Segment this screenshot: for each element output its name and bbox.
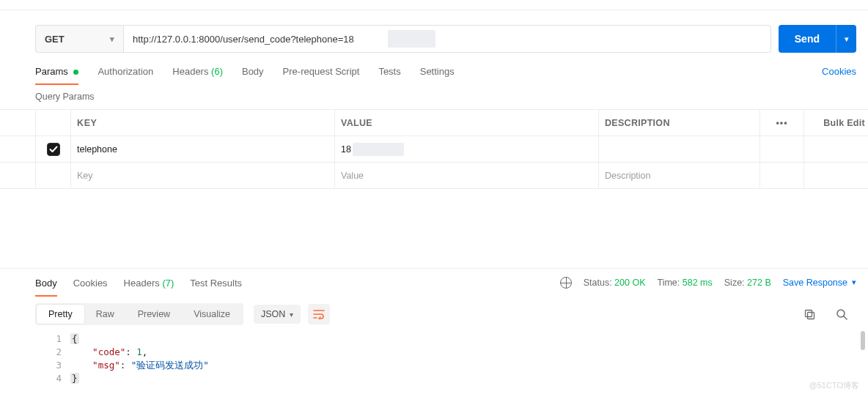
line-number: 2 — [35, 346, 62, 359]
gutter-cell — [0, 110, 35, 135]
header-count: (6) — [211, 66, 223, 77]
chevron-down-icon: ▾ — [845, 34, 849, 44]
tab-label: Params — [35, 66, 68, 77]
view-visualize[interactable]: Visualize — [182, 305, 242, 324]
tab-label: Test Results — [190, 278, 242, 289]
description-placeholder: Description — [605, 171, 651, 181]
tab-label: Headers — [172, 66, 208, 77]
view-pretty[interactable]: Pretty — [37, 305, 84, 324]
tab-body[interactable]: Body — [242, 66, 264, 84]
dot-indicator-icon — [73, 70, 78, 75]
tab-headers[interactable]: Headers (6) — [172, 66, 223, 84]
line-number: 1 — [35, 332, 62, 346]
method-label: GET — [45, 34, 65, 45]
spacer — [0, 189, 868, 268]
time-label: Time: — [658, 278, 680, 288]
redaction-box — [353, 143, 404, 156]
response-body[interactable]: 1 2 3 4 { "code": 1, "msg": "验证码发送成功" } — [0, 331, 868, 394]
cookies-link[interactable]: Cookies — [822, 66, 856, 84]
gutter-cell — [0, 136, 35, 162]
size-label: Size: — [724, 278, 745, 288]
key-header: KEY — [70, 110, 334, 135]
row-checkbox-cell[interactable] — [35, 136, 70, 162]
tab-label: Settings — [420, 66, 455, 77]
save-response-label: Save Response — [783, 278, 847, 288]
chevron-down-icon: ▾ — [290, 311, 293, 319]
description-cell[interactable]: Description — [598, 163, 760, 188]
request-url-bar: GET ▾ http://127.0.0.1:8000/user/send_co… — [0, 10, 868, 66]
checkbox-checked-icon — [47, 143, 60, 156]
watermark: @51CTO博客 — [809, 380, 859, 391]
status-label: Status: — [584, 278, 612, 288]
tab-label: Body — [242, 66, 264, 77]
scrollbar-thumb[interactable] — [861, 331, 865, 350]
resp-tab-cookies[interactable]: Cookies — [73, 269, 108, 296]
send-button[interactable]: Send — [779, 25, 836, 53]
tab-label: Cookies — [73, 278, 108, 289]
url-input[interactable]: http://127.0.0.1:8000/user/send_code?tel… — [123, 25, 771, 53]
value-placeholder: Value — [341, 171, 364, 181]
json-value: 1 — [136, 346, 142, 357]
tab-authorization[interactable]: Authorization — [98, 66, 153, 84]
key-text: telephone — [77, 144, 117, 155]
line-gutter: 1 2 3 4 — [35, 331, 62, 394]
value-text: 18 — [341, 144, 351, 155]
json-key: "msg" — [92, 360, 120, 371]
row-checkbox-cell[interactable] — [35, 163, 70, 188]
tab-label: Authorization — [98, 66, 153, 77]
chevron-down-icon: ▾ — [852, 278, 856, 287]
table-row: telephone 18 — [0, 136, 868, 163]
key-cell[interactable]: telephone — [70, 136, 334, 162]
view-preview[interactable]: Preview — [126, 305, 182, 324]
key-placeholder: Key — [77, 171, 93, 181]
tab-label: Body — [35, 278, 57, 289]
status-value: 200 OK — [614, 278, 645, 288]
line-number: 3 — [35, 359, 62, 372]
spacer-cell — [760, 163, 803, 188]
method-selector[interactable]: GET ▾ — [35, 25, 123, 53]
line-number: 4 — [35, 372, 62, 385]
view-raw[interactable]: Raw — [84, 305, 126, 324]
send-button-group: Send ▾ — [779, 25, 856, 53]
spacer-cell — [803, 163, 868, 188]
tab-prerequest[interactable]: Pre-request Script — [283, 66, 360, 84]
params-table: KEY VALUE DESCRIPTION ••• Bulk Edit tele… — [0, 109, 868, 189]
save-response-button[interactable]: Save Response ▾ — [783, 278, 856, 288]
chevron-down-icon: ▾ — [110, 34, 114, 44]
copy-icon[interactable] — [803, 308, 815, 320]
resp-tab-body[interactable]: Body — [35, 269, 57, 296]
tab-settings[interactable]: Settings — [420, 66, 455, 84]
view-mode-group: Pretty Raw Preview Visualize — [35, 303, 243, 325]
tab-label: Headers — [124, 278, 160, 289]
json-key: "code" — [92, 346, 125, 357]
send-options-button[interactable]: ▾ — [836, 25, 856, 53]
tab-label: Tests — [378, 66, 400, 77]
tab-params[interactable]: Params — [35, 66, 78, 84]
key-cell[interactable]: Key — [70, 163, 334, 188]
checkbox-header — [35, 110, 70, 135]
size-readout: Size: 272 B — [724, 278, 771, 288]
value-cell[interactable]: 18 — [334, 136, 598, 162]
format-label: JSON — [261, 309, 285, 319]
redaction-box — [388, 30, 435, 48]
wrap-lines-button[interactable] — [308, 304, 330, 324]
more-options-button[interactable]: ••• — [760, 110, 803, 135]
bulk-edit-button[interactable]: Bulk Edit — [803, 110, 868, 135]
svg-rect-1 — [805, 310, 812, 316]
gutter-cell — [0, 163, 35, 188]
description-cell[interactable] — [598, 136, 760, 162]
globe-icon[interactable] — [560, 277, 572, 289]
top-strip — [0, 0, 868, 10]
resp-tab-testresults[interactable]: Test Results — [190, 269, 242, 296]
params-header-row: KEY VALUE DESCRIPTION ••• Bulk Edit — [0, 110, 868, 136]
json-value: "验证码发送成功" — [131, 360, 209, 371]
resp-tab-headers[interactable]: Headers (7) — [124, 269, 174, 296]
description-header: DESCRIPTION — [598, 110, 760, 135]
tab-tests[interactable]: Tests — [378, 66, 400, 84]
response-toolbar: Pretty Raw Preview Visualize JSON ▾ — [0, 296, 868, 331]
value-cell[interactable]: Value — [334, 163, 598, 188]
svg-rect-0 — [807, 312, 814, 319]
table-row-empty: Key Value Description — [0, 163, 868, 189]
format-selector[interactable]: JSON ▾ — [254, 305, 301, 324]
search-icon[interactable] — [836, 308, 847, 320]
